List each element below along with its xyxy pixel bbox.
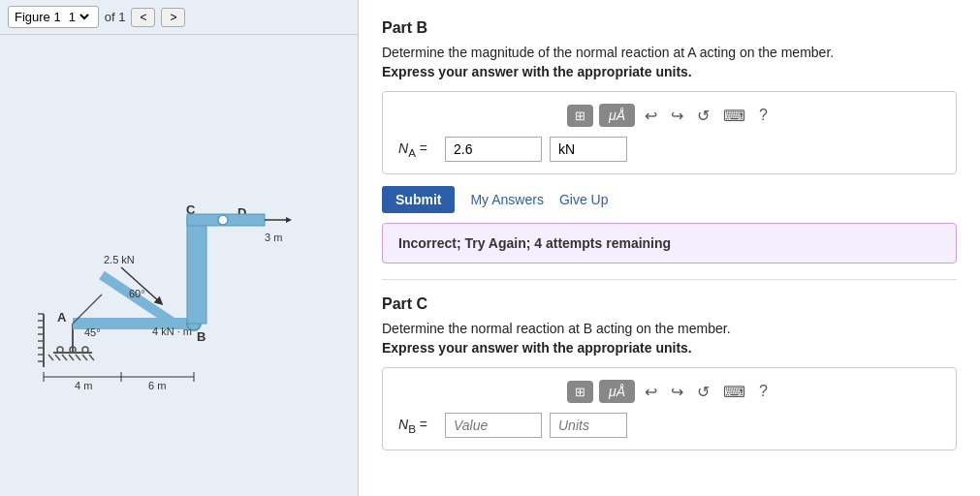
of-label: of 1	[105, 10, 126, 24]
svg-point-36	[218, 215, 228, 225]
svg-text:3 m: 3 m	[265, 232, 282, 243]
prev-button[interactable]: <	[131, 8, 155, 27]
part-c-section: Part C Determine the normal reaction at …	[382, 295, 957, 450]
part-b-value-input[interactable]	[445, 137, 542, 162]
part-b-incorrect-banner: Incorrect; Try Again; 4 attempts remaini…	[382, 223, 957, 264]
part-c-unit-input[interactable]	[550, 413, 627, 438]
part-c-matrix-icon: ⊞	[575, 385, 585, 399]
refresh-button[interactable]: ↺	[693, 105, 713, 127]
figure-toolbar: Figure 1 1 of 1 < >	[0, 0, 358, 35]
svg-text:45°: 45°	[84, 326, 101, 338]
matrix-icon: ⊞	[575, 108, 585, 123]
part-c-input-row: NB =	[398, 413, 940, 438]
next-button[interactable]: >	[161, 8, 185, 27]
svg-rect-0	[24, 120, 334, 411]
part-c-answer-box: ⊞ μÅ ↩ ↪ ↺ ⌨ ? NB =	[382, 367, 957, 450]
part-c-input-label: NB =	[398, 417, 437, 435]
part-c-refresh-button[interactable]: ↺	[693, 381, 713, 403]
part-b-submit-button[interactable]: Submit	[382, 186, 455, 213]
part-b-toolbar: ⊞ μÅ ↩ ↪ ↺ ⌨ ?	[398, 104, 940, 127]
part-b-input-row: NA =	[398, 137, 940, 162]
diagram-svg: 45° A 2.5 kN 60° B D C	[24, 120, 334, 411]
svg-text:2.5 kN: 2.5 kN	[104, 254, 135, 265]
part-c-mu-button[interactable]: μÅ	[599, 380, 635, 403]
svg-text:4 kN · m: 4 kN · m	[152, 326, 192, 337]
help-button[interactable]: ?	[755, 105, 772, 126]
part-b-my-answers-button[interactable]: My Answers	[470, 192, 543, 207]
part-c-undo-button[interactable]: ↩	[641, 381, 661, 403]
part-b-instruction: Express your answer with the appropriate…	[382, 64, 957, 79]
svg-text:6 m: 6 m	[148, 380, 166, 391]
figure-dropdown[interactable]: 1	[65, 9, 92, 25]
svg-text:60°: 60°	[129, 288, 145, 299]
part-c-value-input[interactable]	[445, 413, 542, 438]
svg-text:A: A	[57, 310, 67, 325]
left-panel: Figure 1 1 of 1 < >	[0, 0, 359, 496]
part-b-desc: Determine the magnitude of the normal re…	[382, 45, 957, 60]
part-b-give-up-button[interactable]: Give Up	[559, 192, 609, 207]
part-b-answer-box: ⊞ μÅ ↩ ↪ ↺ ⌨ ? NA =	[382, 91, 957, 174]
part-c-matrix-button[interactable]: ⊞	[567, 381, 593, 403]
mu-button[interactable]: μÅ	[599, 104, 635, 127]
part-c-redo-button[interactable]: ↪	[667, 381, 687, 403]
part-b-title: Part B	[382, 19, 957, 37]
svg-text:B: B	[197, 329, 205, 344]
keyboard-button[interactable]: ⌨	[719, 105, 749, 127]
part-c-toolbar: ⊞ μÅ ↩ ↪ ↺ ⌨ ?	[398, 380, 940, 403]
section-divider	[382, 279, 957, 280]
part-b-section: Part B Determine the magnitude of the no…	[382, 19, 957, 264]
redo-button[interactable]: ↪	[667, 105, 687, 127]
part-c-keyboard-button[interactable]: ⌨	[719, 381, 749, 403]
part-b-input-label: NA =	[398, 140, 437, 159]
part-c-title: Part C	[382, 295, 957, 313]
figure-select[interactable]: Figure 1 1	[8, 6, 99, 28]
svg-text:4 m: 4 m	[75, 380, 92, 391]
part-c-desc: Determine the normal reaction at B actin…	[382, 321, 957, 336]
svg-rect-32	[187, 217, 206, 324]
part-c-help-button[interactable]: ?	[755, 381, 772, 402]
part-b-unit-input[interactable]	[550, 137, 627, 162]
figure-canvas: 45° A 2.5 kN 60° B D C	[0, 35, 358, 496]
undo-button[interactable]: ↩	[641, 105, 661, 127]
part-b-action-row: Submit My Answers Give Up	[382, 186, 957, 213]
figure-label: Figure 1	[15, 10, 61, 24]
matrix-button[interactable]: ⊞	[567, 105, 593, 127]
right-panel: Part B Determine the magnitude of the no…	[359, 0, 980, 496]
part-c-instruction: Express your answer with the appropriate…	[382, 340, 957, 356]
